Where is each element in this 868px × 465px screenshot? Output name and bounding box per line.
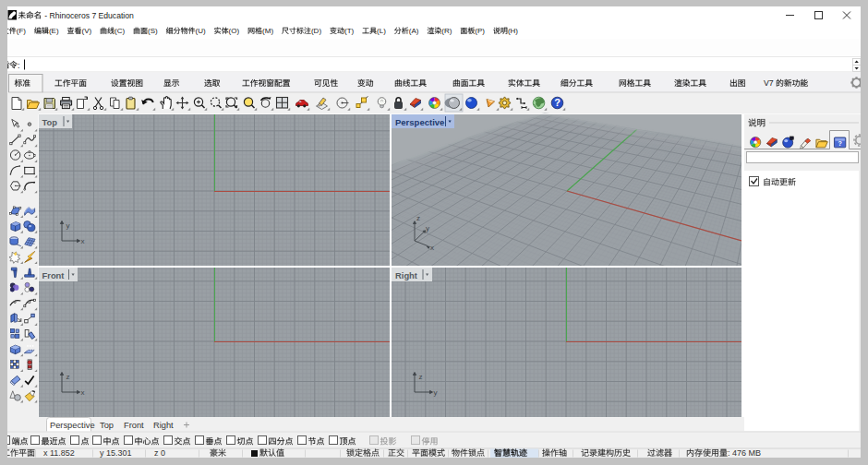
svg-text:Right: Right: [153, 421, 174, 430]
svg-text:(S): (S): [148, 27, 158, 35]
svg-text:Top: Top: [42, 117, 58, 127]
svg-text:(R): (R): [441, 27, 452, 35]
svg-text:(U): (U): [196, 27, 206, 35]
svg-text:Right: Right: [395, 270, 417, 280]
svg-text:y: y: [426, 224, 429, 232]
svg-text:(O): (O): [229, 27, 240, 35]
svg-text::: :: [18, 61, 20, 70]
svg-text:z: z: [66, 373, 70, 381]
svg-text:z: z: [416, 214, 420, 222]
svg-text:y 15.301: y 15.301: [100, 448, 132, 458]
svg-text:- Rhinoceros 7 Education: - Rhinoceros 7 Education: [44, 11, 134, 20]
svg-text:y: y: [66, 221, 70, 230]
svg-text:Front: Front: [124, 421, 144, 430]
svg-text:y: y: [434, 388, 438, 397]
svg-text:z 0: z 0: [154, 448, 165, 458]
svg-text:Perspective: Perspective: [50, 421, 95, 430]
svg-text:x: x: [81, 237, 85, 245]
svg-text:x: x: [430, 244, 434, 252]
svg-text:(P): (P): [475, 27, 485, 35]
svg-text:?: ?: [838, 140, 841, 148]
svg-text:Perspective: Perspective: [395, 117, 444, 127]
svg-text:(M): (M): [262, 27, 273, 35]
svg-text:(D): (D): [311, 27, 321, 35]
svg-text:(V): (V): [81, 27, 91, 35]
svg-text:Top: Top: [100, 421, 114, 430]
svg-text:(A): (A): [409, 27, 419, 35]
svg-text:: 476 MB: : 476 MB: [728, 448, 761, 458]
svg-text:z: z: [419, 373, 423, 381]
svg-text:(F): (F): [17, 27, 27, 35]
svg-text:(E): (E): [49, 27, 59, 35]
svg-text:Front: Front: [42, 270, 65, 280]
svg-text:(H): (H): [508, 27, 518, 35]
svg-text:(C): (C): [115, 27, 125, 35]
svg-text:(L): (L): [377, 27, 386, 35]
svg-text:(T): (T): [344, 27, 355, 35]
svg-text:V7: V7: [764, 78, 774, 88]
svg-text:x: x: [81, 388, 85, 397]
svg-text:?: ?: [554, 97, 561, 108]
svg-text:x 11.852: x 11.852: [43, 448, 75, 458]
